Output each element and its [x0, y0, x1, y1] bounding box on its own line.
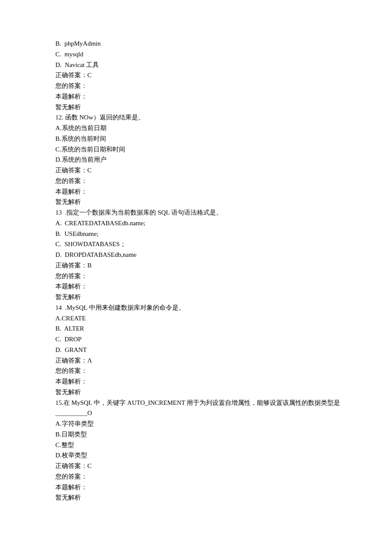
text-line: 本题解析：	[55, 376, 392, 387]
text-line: B. phpMyAdmin	[55, 38, 392, 49]
text-line: C. DROP	[55, 334, 392, 345]
text-line: D. Navicat 工具	[55, 60, 392, 70]
document-body: B. phpMyAdmin C. mysqld D. Navicat 工具 正确…	[55, 38, 392, 503]
text-line: D. GRANT	[55, 345, 392, 355]
text-line: D.系统的当前用户	[55, 154, 392, 165]
text-line: 正确答案：C	[55, 461, 392, 471]
text-line: 暂无解析	[55, 102, 392, 113]
text-line: A.字符串类型	[55, 418, 392, 429]
text-line: D.枚举类型	[55, 450, 392, 461]
text-line: 您的答案：	[55, 366, 392, 376]
text-line: 您的答案：	[55, 176, 392, 186]
text-line: B.日期类型	[55, 429, 392, 440]
text-line: C. SHOWDATABASES；	[55, 239, 392, 250]
text-line: B. ALTER	[55, 323, 392, 334]
text-line: __________O	[55, 408, 392, 418]
text-line: 本题解析：	[55, 281, 392, 292]
text-line: 正确答案：C	[55, 165, 392, 176]
text-line: A. CREATEDATABASEdb.name;	[55, 218, 392, 229]
text-line: 本题解析：	[55, 91, 392, 102]
text-line: 正确答案：B	[55, 260, 392, 271]
text-line: C. mysqld	[55, 49, 392, 60]
text-line: C.整型	[55, 440, 392, 450]
text-line: 12. 函数 NOw）返回的结果是。	[55, 112, 392, 123]
text-line: 您的答案：	[55, 471, 392, 482]
text-line: 本题解析：	[55, 186, 392, 197]
text-line: D. DROPDATABASEdb,name	[55, 250, 392, 260]
text-line: 暂无解析	[55, 387, 392, 398]
text-line: 正确答案：C	[55, 70, 392, 81]
text-line: 本题解析：	[55, 482, 392, 493]
text-line: Λ.CREATE	[55, 313, 392, 324]
text-line: 正确答案：Λ	[55, 355, 392, 366]
text-line: 您的答案：	[55, 81, 392, 91]
text-line: B. USEdbname;	[55, 229, 392, 239]
text-line: 13 .指定一个数据库为当前数据库的 SQL 语句语法格式是。	[55, 207, 392, 218]
text-line: B.系统的当前时间	[55, 134, 392, 144]
text-line: 暂无解析	[55, 292, 392, 302]
text-line: 14 .MySQL 中用来创建数据库对象的命令是。	[55, 302, 392, 313]
text-line: 暂无解析	[55, 492, 392, 503]
text-line: C.系统的当前日期和时间	[55, 144, 392, 155]
text-line: 您的答案：	[55, 271, 392, 282]
text-line: A.系统的当前日期	[55, 123, 392, 134]
text-line: 15.在 MySQL 中，关键字 AUTO_INCREMENT 用于为列设置自增…	[55, 398, 392, 408]
text-line: 暂无解析	[55, 197, 392, 207]
